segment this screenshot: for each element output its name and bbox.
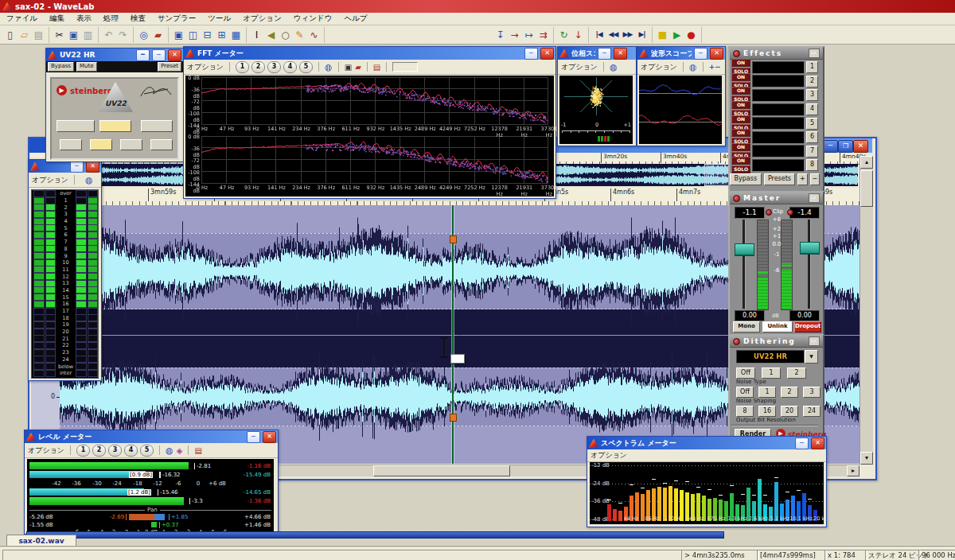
level-close-button[interactable]: ✕: [263, 431, 276, 443]
globe-icon[interactable]: ◍: [610, 62, 618, 72]
marker-4-icon[interactable]: ⇉: [536, 28, 550, 42]
globe-icon[interactable]: ◍: [85, 175, 93, 185]
fft-preset-3[interactable]: 3: [267, 61, 281, 73]
go-end-icon[interactable]: ▶|: [635, 28, 649, 42]
layout-4-icon[interactable]: ⊞: [215, 28, 228, 42]
dither-noise-type-Off[interactable]: Off: [736, 368, 755, 379]
level-preset-2[interactable]: 2: [92, 445, 106, 457]
zoom-plus-minus-icon[interactable]: +−: [709, 63, 721, 71]
effect-slot-number-1[interactable]: 1: [806, 61, 818, 73]
horizontal-scroll-thumb[interactable]: [373, 465, 510, 476]
spectrum-minimize-button[interactable]: ─: [795, 438, 809, 449]
unlink-button[interactable]: Unlink: [762, 321, 793, 332]
dither-noise-shaping-Off[interactable]: Off: [736, 387, 754, 398]
effect-on-button[interactable]: ON: [731, 129, 750, 137]
uv22-bit-16[interactable]: [90, 139, 112, 150]
main-window-maximize-button[interactable]: ❒: [838, 140, 853, 153]
fft-close-button[interactable]: ✕: [540, 48, 554, 60]
paste-icon[interactable]: ▥: [81, 28, 95, 42]
menu-item-9[interactable]: ヘルプ: [344, 14, 367, 24]
scope-titlebar[interactable]: 波形スコープ ─ ✕: [637, 47, 725, 60]
level-preset-5[interactable]: 5: [140, 445, 154, 457]
scope-close-button[interactable]: ✕: [710, 48, 723, 60]
uv22-mode-low[interactable]: [141, 120, 173, 132]
menu-item-4[interactable]: 検査: [131, 14, 146, 24]
level-preset-1[interactable]: 1: [76, 445, 90, 457]
speaker-icon[interactable]: ◀: [264, 28, 278, 42]
effect-slot-number-4[interactable]: 4: [806, 103, 818, 115]
clip-led-right[interactable]: [787, 209, 793, 216]
scroll-down-arrow[interactable]: ▾: [860, 452, 873, 465]
snapshot-icon[interactable]: ▣: [345, 63, 352, 72]
master-minimize-button[interactable]: ▭: [809, 193, 820, 203]
scope-minimize-button[interactable]: ─: [694, 48, 707, 60]
phase-minimize-button[interactable]: ─: [598, 48, 611, 60]
layout-5-icon[interactable]: ▦: [229, 28, 243, 42]
dither-noise-shaping-3[interactable]: 3: [803, 387, 821, 398]
vertical-scroll-thumb[interactable]: [860, 170, 873, 207]
bit-meter-options-menu[interactable]: オプション: [32, 175, 68, 185]
globe-icon[interactable]: ◍: [325, 62, 333, 72]
fft-titlebar[interactable]: FFT メーター ─ ✕: [184, 47, 555, 60]
status-zoom-factor[interactable]: x 1: 784: [824, 550, 867, 560]
fft-minimize-button[interactable]: ─: [524, 48, 538, 60]
menu-item-0[interactable]: ファイル: [6, 14, 37, 24]
level-preset-3[interactable]: 3: [108, 445, 122, 457]
uv22-bypass-button[interactable]: Bypass: [48, 62, 74, 72]
redo-icon[interactable]: ↷: [116, 28, 130, 42]
new-file-icon[interactable]: ▯: [3, 28, 17, 42]
effect-slot-number-8[interactable]: 8: [806, 159, 818, 171]
fader-handle-left[interactable]: [735, 243, 754, 256]
cursor-handle-bottom[interactable]: [450, 414, 457, 422]
effect-slot-display[interactable]: [752, 75, 805, 88]
eraser-icon[interactable]: ▰: [355, 63, 361, 72]
status-audio-format[interactable]: ステレオ 24 ビット: [865, 550, 921, 560]
effect-slot-display[interactable]: [752, 159, 805, 172]
status-sample-rate[interactable]: 96 000 Hz: [918, 550, 955, 560]
uv22-preset-button[interactable]: Preset: [158, 62, 181, 72]
uv22-mute-button[interactable]: Mute: [76, 62, 97, 72]
effect-slot-display[interactable]: [752, 117, 805, 130]
spectrum-options-menu[interactable]: オプション: [591, 450, 627, 461]
marker-1-icon[interactable]: ↧: [493, 28, 507, 42]
level-options-menu[interactable]: オプション: [28, 445, 64, 456]
fft-preset-2[interactable]: 2: [251, 61, 265, 73]
uv22-rollup-button[interactable]: ━: [136, 49, 150, 61]
effects-presets-button[interactable]: Presets: [764, 173, 796, 185]
app-titlebar[interactable]: sax-02 - WaveLab: [0, 0, 955, 13]
fft-preset-1[interactable]: 1: [236, 61, 249, 73]
effect-slot-display[interactable]: [752, 103, 805, 116]
master-panel-header[interactable]: Master ▭: [730, 192, 823, 204]
marker-3-icon[interactable]: ↦: [522, 28, 536, 42]
dither-output-bit-resolution-24[interactable]: 24: [803, 406, 821, 417]
effect-on-button[interactable]: ON: [731, 73, 750, 81]
go-start-icon[interactable]: |◀: [592, 28, 606, 42]
effect-slot-display[interactable]: [752, 145, 805, 158]
edit-cursor[interactable]: [452, 205, 454, 464]
dither-noise-type-1[interactable]: 1: [762, 368, 781, 379]
layout-3-icon[interactable]: ⊟: [201, 28, 214, 42]
menu-item-1[interactable]: 編集: [49, 14, 64, 24]
dither-output-bit-resolution-8[interactable]: 8: [736, 406, 754, 417]
scope-options-menu[interactable]: オプション: [641, 62, 677, 72]
diamond-icon[interactable]: ◈: [177, 446, 183, 455]
scroll-right-arrow[interactable]: ▸: [847, 465, 860, 476]
menu-item-7[interactable]: オプション: [243, 14, 282, 24]
layout-2-icon[interactable]: ◫: [186, 28, 200, 42]
effect-slot-number-6[interactable]: 6: [806, 131, 818, 143]
effect-on-button[interactable]: ON: [731, 59, 750, 67]
phase-options-menu[interactable]: オプション: [561, 62, 598, 72]
open-file-icon[interactable]: ▱: [18, 28, 31, 42]
effect-on-button[interactable]: ON: [731, 157, 750, 165]
effects-bypass-button[interactable]: Bypass: [730, 173, 762, 185]
uv22-bit-8[interactable]: [60, 139, 82, 150]
dropout-button[interactable]: Dropout: [794, 321, 821, 332]
effects-remove-button[interactable]: −: [810, 173, 820, 185]
effect-slot-display[interactable]: [752, 131, 805, 144]
effect-slot-number-3[interactable]: 3: [806, 89, 818, 101]
uv22-bit-20[interactable]: [120, 139, 142, 150]
save-file-icon[interactable]: ▤: [32, 28, 45, 42]
dither-plugin-display[interactable]: UV22 HR: [736, 350, 805, 364]
stop-icon[interactable]: ■: [656, 28, 669, 42]
dither-noise-shaping-2[interactable]: 2: [781, 387, 798, 398]
